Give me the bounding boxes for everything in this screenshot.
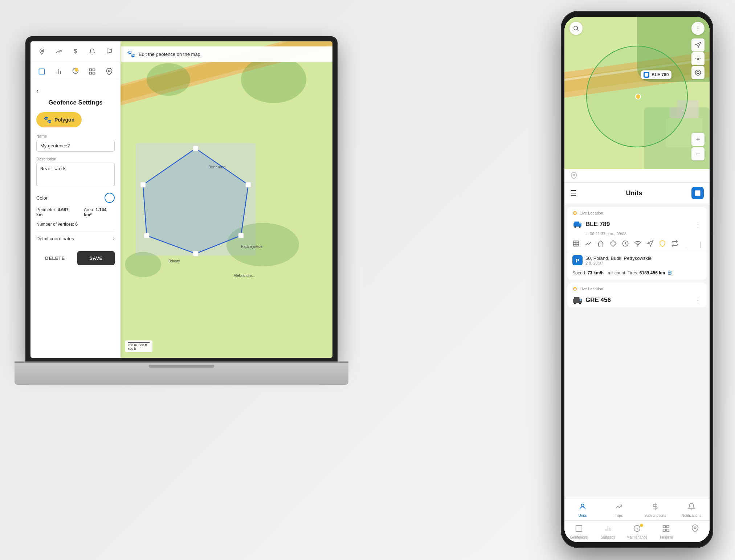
polygon-button[interactable]: 🐾 Polygon (36, 112, 82, 127)
svg-point-36 (579, 226, 580, 228)
svg-rect-6 (144, 233, 149, 238)
unit1-action-timer[interactable] (622, 240, 629, 249)
unit1-dots[interactable]: ⋮ (694, 220, 702, 229)
nav-tab-subscriptions[interactable]: Subscriptions (637, 499, 673, 520)
sidebar-icon-bell[interactable] (87, 46, 97, 57)
sidebar-tab-chart[interactable] (52, 65, 65, 78)
phone-search-button[interactable] (569, 22, 583, 35)
unit2-dots[interactable]: ⋮ (694, 296, 702, 304)
unit1-action-map[interactable] (572, 240, 580, 249)
tree-area-1 (147, 63, 190, 96)
svg-point-7 (41, 50, 43, 52)
color-picker[interactable] (105, 193, 115, 203)
unit1-action-diamond[interactable] (609, 240, 617, 249)
sidebar-icon-dollar[interactable]: $ (70, 46, 81, 57)
sidebar-tab-grid[interactable] (86, 65, 99, 78)
subscriptions-label: Subscriptions (644, 514, 666, 518)
laptop-base (15, 363, 348, 385)
sidebar-tab-pin[interactable] (103, 65, 116, 78)
svg-rect-38 (573, 241, 579, 246)
phone-panel-header: ☰ Units (564, 183, 710, 204)
phone-pin-row (564, 169, 710, 183)
sidebar-tab-geofence[interactable] (35, 65, 48, 78)
polygon-label: Polygon (54, 117, 74, 123)
panel-menu-icon[interactable]: ☰ (570, 189, 577, 197)
name-input[interactable] (36, 140, 115, 152)
color-label: Color (36, 195, 48, 201)
nav-tab-statistics[interactable]: Statistics (593, 521, 622, 542)
navigate-button[interactable] (691, 38, 705, 52)
phone-scroll-area[interactable]: Live Location (564, 204, 710, 499)
description-input[interactable]: Near work (36, 163, 115, 186)
laptop-notch (149, 365, 214, 368)
unit1-live-label: Live Location (580, 211, 603, 215)
unit1-location-text: 50, Poland, Budki Petrykowskie (585, 256, 652, 261)
unit1-divider (688, 241, 688, 248)
unit1-time: ⊙ 06:21:37 p.m., 09/08 (580, 232, 707, 238)
svg-rect-51 (574, 297, 579, 300)
detail-coords-row[interactable]: Detail coordinates › (36, 231, 115, 245)
svg-point-28 (697, 71, 699, 74)
detail-coords-label: Detail coordinates (36, 236, 74, 241)
sidebar-icon-route[interactable] (54, 46, 64, 57)
edit-icon: 🐾 (127, 50, 135, 58)
subscriptions-icon (651, 503, 659, 512)
nav-tab-maintenance[interactable]: Maintenance (622, 521, 652, 542)
unit1-action-route[interactable] (585, 240, 592, 249)
unit2-vehicle-icon (572, 295, 583, 305)
svg-rect-37 (579, 223, 580, 224)
delete-button[interactable]: DELETE (36, 251, 74, 265)
zoom-in-button[interactable]: + (691, 133, 705, 146)
unit1-header: Live Location (567, 207, 707, 218)
panel-avatar[interactable] (691, 187, 704, 199)
nav-tab-trips[interactable]: Trips (601, 499, 637, 520)
svg-rect-30 (695, 191, 701, 196)
sidebar-icon-location[interactable] (37, 46, 47, 57)
sidebar-tab-history[interactable] (69, 65, 82, 78)
svg-point-52 (574, 303, 576, 304)
unit1-action-shield[interactable] (659, 240, 666, 249)
svg-rect-17 (93, 72, 95, 74)
geofences-label: Geofences (570, 535, 588, 539)
phone-map-menu-button[interactable]: ⋮ (691, 22, 705, 35)
unit2-name: GRE 456 (585, 297, 611, 304)
description-label: Description (36, 157, 115, 161)
crosshair-button[interactable] (691, 52, 705, 65)
phone-screen: BLE 789 ⋮ (564, 17, 710, 542)
unit2-live-label: Live Location (580, 287, 603, 291)
unit2-name-row: GRE 456 ⋮ (567, 294, 707, 307)
ble-marker[interactable]: BLE 789 (641, 70, 671, 79)
location-button[interactable] (691, 66, 705, 79)
unit1-location-time: 2 d. 20:07 (585, 261, 652, 265)
svg-rect-2 (246, 182, 251, 187)
svg-rect-16 (90, 72, 92, 74)
unit1-action-geofence[interactable] (597, 240, 604, 249)
sidebar-content: ‹ Geofence Settings 🐾 Polygon Name (30, 81, 121, 271)
timeline-label: Timeline (659, 535, 673, 539)
polygon-icon: 🐾 (44, 116, 52, 124)
unit-card-1: Live Location (567, 207, 707, 280)
unit1-action-live[interactable] (634, 240, 641, 249)
parking-icon: P (572, 255, 583, 265)
scale-indicator: 200 m. 500 ft 500 ft (125, 340, 152, 352)
unit1-action-navigate[interactable] (646, 240, 654, 249)
svg-rect-54 (580, 299, 581, 301)
unit1-action-swap[interactable] (671, 240, 678, 249)
unit1-actions-row: | (567, 238, 707, 252)
svg-rect-9 (39, 69, 45, 74)
save-button[interactable]: SAVE (77, 251, 115, 265)
nav-tab-notifications[interactable]: Notifications (673, 499, 710, 520)
unit1-location-row: P 50, Poland, Budki Petrykowskie 2 d. 20… (567, 252, 707, 268)
phone-zoom-controls: + − (691, 133, 705, 162)
nav-tab-units[interactable]: Units (564, 499, 601, 520)
svg-point-55 (581, 504, 584, 507)
notifications-label: Notifications (682, 514, 701, 518)
back-button[interactable]: ‹ (36, 87, 115, 95)
badge-yellow (75, 68, 78, 71)
units-icon (579, 503, 587, 512)
zoom-out-button[interactable]: − (691, 147, 705, 160)
unit1-more-icon[interactable]: | (700, 241, 702, 248)
nav-tab-timeline[interactable]: Timeline (652, 521, 681, 542)
sidebar-icon-flag[interactable] (104, 46, 114, 57)
maintenance-icon (633, 524, 641, 534)
